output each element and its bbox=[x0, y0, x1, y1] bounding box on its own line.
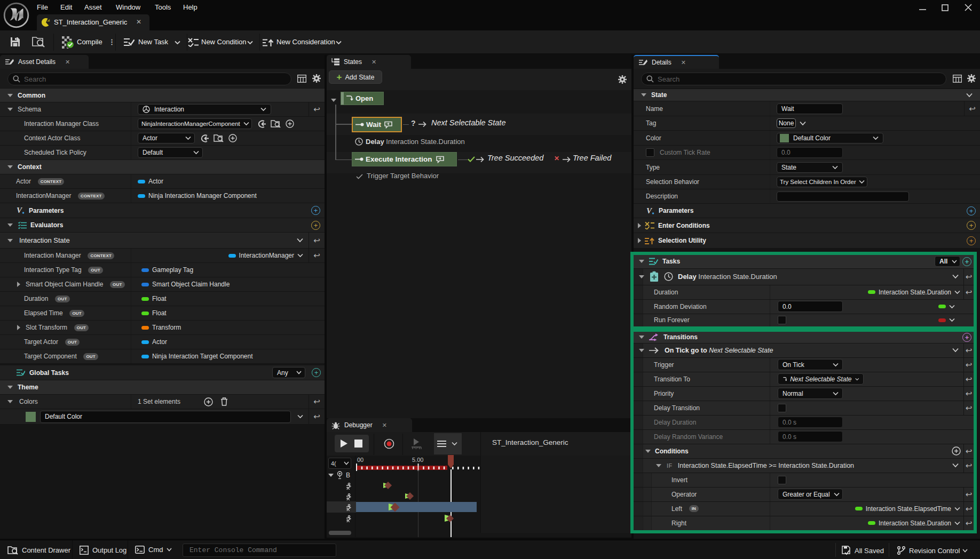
svg-text:V: V bbox=[17, 206, 23, 214]
svg-text:V: V bbox=[646, 207, 653, 215]
